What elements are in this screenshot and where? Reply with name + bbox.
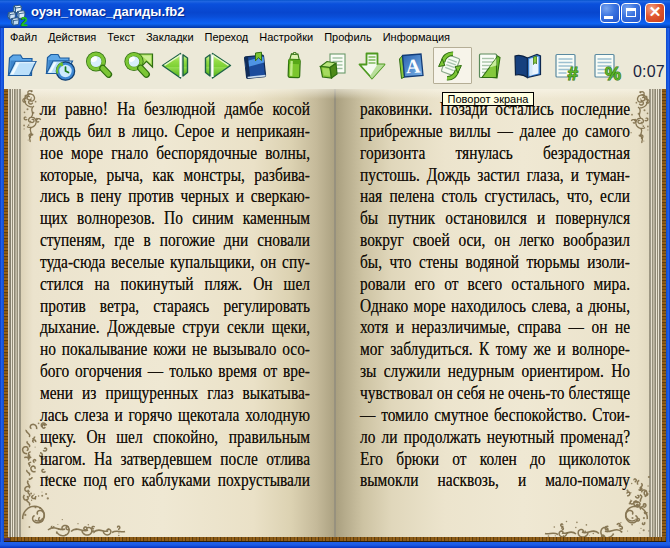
svg-text:#: # [567, 63, 578, 82]
svg-text:2: 2 [21, 15, 28, 27]
svg-text:A: A [405, 54, 421, 77]
svg-text:%: % [605, 64, 621, 82]
